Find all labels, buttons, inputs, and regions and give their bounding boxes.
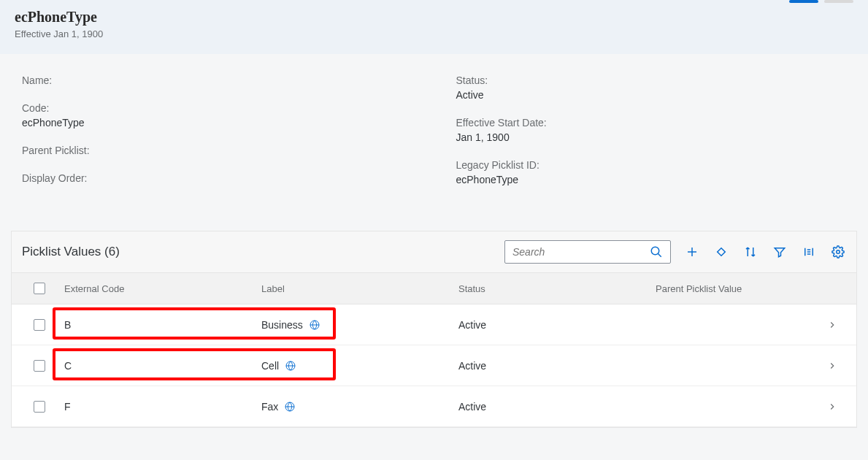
globe-icon[interactable] xyxy=(309,319,320,331)
cell-status: Active xyxy=(456,360,653,372)
cell-status: Active xyxy=(456,319,653,331)
page-subtitle: Effective Jan 1, 1900 xyxy=(15,28,853,39)
row-checkbox[interactable] xyxy=(34,360,45,372)
code-value: ecPhoneType xyxy=(22,117,412,129)
legacy-id-value: ecPhoneType xyxy=(456,174,847,185)
header-primary-button[interactable] xyxy=(789,0,818,3)
globe-icon[interactable] xyxy=(284,401,296,413)
chevron-right-icon[interactable] xyxy=(814,320,850,330)
section-title: Picklist Values (6) xyxy=(22,245,120,259)
status-value: Active xyxy=(456,89,847,101)
cell-label: Business xyxy=(258,319,456,331)
table-row[interactable]: BBusinessActive xyxy=(12,304,856,345)
svg-point-0 xyxy=(651,247,659,255)
table-row[interactable]: FFaxActive xyxy=(12,386,856,427)
table-row[interactable]: CCellActive xyxy=(12,345,856,386)
cell-external-code: F xyxy=(61,401,258,413)
values-table: External Code Label Status Parent Pickli… xyxy=(12,272,856,427)
row-checkbox[interactable] xyxy=(34,319,45,331)
globe-icon[interactable] xyxy=(285,360,296,372)
section-toolbar xyxy=(504,240,846,264)
svg-rect-4 xyxy=(718,248,726,256)
cell-external-code: C xyxy=(61,360,258,372)
status-label: Status: xyxy=(456,74,847,86)
cell-label: Cell xyxy=(258,360,456,372)
col-external-code: External Code xyxy=(61,283,258,294)
chevron-right-icon[interactable] xyxy=(814,402,850,412)
page-header: ecPhoneType Effective Jan 1, 1900 xyxy=(0,0,868,54)
search-input[interactable] xyxy=(511,245,648,258)
header-button-strip xyxy=(789,0,853,3)
cell-status: Active xyxy=(456,401,653,413)
cell-external-code: B xyxy=(61,319,258,331)
code-label: Code: xyxy=(22,102,412,114)
effective-start-label: Effective Start Date: xyxy=(456,117,847,129)
settings-icon[interactable] xyxy=(830,244,846,260)
filter-icon[interactable] xyxy=(772,244,788,260)
picklist-values-section: Picklist Values (6) xyxy=(11,231,857,428)
diamond-icon[interactable] xyxy=(713,244,729,260)
col-parent-value: Parent Picklist Value xyxy=(653,283,814,294)
select-all-checkbox[interactable] xyxy=(34,283,45,294)
search-icon[interactable] xyxy=(648,244,664,260)
chevron-right-icon[interactable] xyxy=(814,361,850,371)
name-label: Name: xyxy=(22,74,412,86)
cell-label: Fax xyxy=(258,401,456,413)
col-status: Status xyxy=(456,283,653,294)
row-checkbox[interactable] xyxy=(34,401,45,413)
page-title: ecPhoneType xyxy=(15,9,853,26)
svg-line-1 xyxy=(658,253,661,257)
effective-start-value: Jan 1, 1900 xyxy=(456,131,847,143)
search-box[interactable] xyxy=(504,240,671,264)
add-icon[interactable] xyxy=(684,244,700,260)
legacy-id-label: Legacy Picklist ID: xyxy=(456,159,847,171)
col-label: Label xyxy=(258,283,456,294)
details-icon[interactable] xyxy=(801,244,817,260)
svg-point-8 xyxy=(837,250,840,254)
details-panel: Name: Code: ecPhoneType Parent Picklist:… xyxy=(0,54,868,231)
sort-icon[interactable] xyxy=(742,244,758,260)
display-order-label: Display Order: xyxy=(22,172,412,184)
header-secondary-button[interactable] xyxy=(824,0,853,3)
table-header: External Code Label Status Parent Pickli… xyxy=(12,272,856,304)
parent-picklist-label: Parent Picklist: xyxy=(22,145,412,156)
